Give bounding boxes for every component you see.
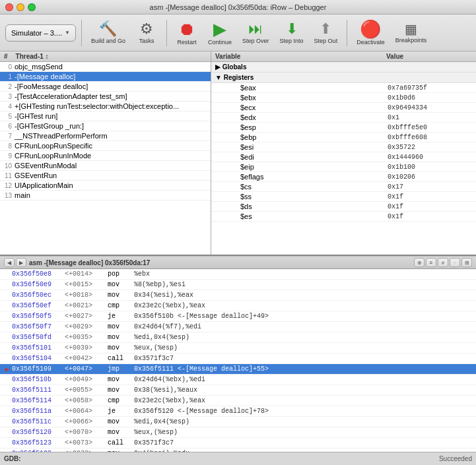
thread-row-num: 13 [3,192,15,199]
window-title: asm -[Message dealloc] 0x356f50da: iRow … [150,3,327,11]
thread-row[interactable]: 12UIApplicationMain [0,181,211,191]
asm-offset: <+0018> [65,292,108,299]
register-value: 0x17 [388,183,473,191]
thread-row[interactable]: 0objc_msgSend [0,62,211,72]
thread-row[interactable]: 3-[TestAccelerationAdapter test_sm] [0,92,211,102]
register-value: 0x1b0d6 [388,94,473,102]
thread-row[interactable]: 1-[Message dealloc] [0,72,211,82]
asm-row[interactable]: 0x356f5101<+0039>mov%eux,(%esp) [0,343,476,354]
thread-row[interactable]: 7__NSThreadPerformPerform [0,131,211,141]
pane-ctrl-5[interactable]: ⊞ [461,258,472,267]
close-button[interactable] [5,3,13,11]
tasks-button[interactable]: ⚙ Tasks [132,19,161,47]
maximize-button[interactable] [28,3,36,11]
globals-section[interactable]: ▶ Globals [211,62,476,73]
pane-nav-left[interactable]: ◀ [4,258,15,267]
register-row[interactable]: $ebp0xbfffe608 [211,133,476,142]
asm-mnem: mov [108,323,134,330]
asm-row[interactable]: 0x356f5120<+0070>mov%eux,(%esp) [0,427,476,438]
register-row[interactable]: $eflags0x10206 [211,172,476,182]
thread-row[interactable]: 4+[GHTesting runTest:selector:withObject… [0,102,211,111]
asm-row[interactable]: 0x356f511a<+0064>je0x356f5120 <-[Message… [0,406,476,417]
asm-row[interactable]: 0x356f510b<+0049>mov0x24d64(%ebx),%edi [0,375,476,385]
pane-nav-right[interactable]: ▶ [16,258,26,267]
asm-row[interactable]: 0x356f511c<+0066>mov%edi,0x4(%esp) [0,417,476,427]
asm-row[interactable]: 0x356f5104<+0042>call0x3571f3c7 [0,354,476,364]
simulator-label: Simulator – 3.... [11,29,62,37]
register-row[interactable]: $ecx0x96494334 [211,103,476,113]
registers-section[interactable]: ▼ Registers [211,73,476,83]
continue-button[interactable]: ▶ Continue [204,18,236,48]
pane-ctrl-4[interactable]: · [450,258,460,267]
asm-ops: %edi,0x4(%esp) [134,418,473,425]
step-into-button[interactable]: ⬇ Step Into [276,19,308,47]
register-row[interactable]: $es0x1f [211,212,476,222]
register-row[interactable]: $cs0x17 [211,182,476,192]
pane-ctrl-1[interactable]: ⊕ [414,258,425,267]
thread-row[interactable]: 10GSEventRunModal [0,161,211,171]
thread-row-num: 8 [3,142,15,150]
pane-divider: ◀ ▶ asm -[Message dealloc] 0x356f50da:17… [0,256,476,269]
continue-icon: ▶ [213,20,226,38]
register-row[interactable]: $esp0xbfffe5e0 [211,123,476,133]
register-row[interactable]: $ds0x1f [211,202,476,212]
step-over-button[interactable]: ⏭ Step Over [238,19,273,47]
asm-row[interactable]: 0x356f5114<+0058>cmp0x23e2c(%ebx),%eax [0,396,476,406]
asm-row[interactable]: 0x356f50f5<+0027>je0x356f510b <-[Message… [0,311,476,322]
build-and-go-button[interactable]: 🔨 Build and Go [87,19,129,47]
asm-row[interactable]: 0x356f50e9<+0015>mov%8(%ebp),%esi [0,280,476,290]
deactivate-button[interactable]: 🔴 Deactivate [353,18,389,48]
asm-row[interactable]: 0x356f50fd<+0035>mov%edi,0x4(%esp) [0,332,476,343]
asm-row[interactable]: 0x356f50ec<+0018>mov0x34(%esi),%eax [0,290,476,301]
pane-ctrl-3[interactable]: # [438,258,448,267]
register-name: $edi [222,153,388,161]
thread-row[interactable]: 9CFRunLoopRunInMode [0,151,211,161]
register-name: $ecx [222,104,388,111]
register-row[interactable]: $ebx0x1b0d6 [211,93,476,103]
register-row[interactable]: $esi0x35722 [211,142,476,152]
asm-mnem: call [108,439,134,447]
pane-controls-right: ⊕ ≡ # · ⊞ [414,258,472,267]
col-num-header: # [4,53,8,60]
minimize-button[interactable] [17,3,24,11]
asm-row[interactable]: 0x356f50e8<+0014>pop%ebx [0,269,476,280]
simulator-dropdown[interactable]: Simulator – 3.... ▼ [5,24,76,42]
thread-row-num: 10 [3,162,15,170]
step-into-icon: ⬇ [286,22,298,36]
thread-row-num: 12 [3,182,15,189]
asm-addr: 0x356f5104 [12,355,65,362]
step-out-button[interactable]: ⬆ Step Out [310,19,342,47]
asm-row[interactable]: ▶0x356f5109<+0047>jmp0x356f5111 <-[Messa… [0,364,476,375]
register-value: 0x1444960 [388,154,473,161]
thread-row[interactable]: 6-[GHTestGroup _run:] [0,121,211,131]
thread-row[interactable]: 8CFRunLoopRunSpecific [0,141,211,151]
thread-row-name: +[GHTesting runTest:selector:withObject:… [15,102,179,110]
deactivate-label: Deactivate [357,39,385,46]
thread-row[interactable]: 2-[FooMessage dealloc] [0,82,211,92]
asm-addr: 0x356f511a [12,408,65,415]
asm-addr: 0x356f5123 [12,439,65,447]
breakpoints-button[interactable]: ▦ Breakpoints [391,20,431,46]
asm-ops: %edi,0x4(%esp) [134,334,473,341]
asm-offset: <+0066> [65,418,108,425]
asm-addr: 0x356f5114 [12,397,65,404]
thread-row[interactable]: 11GSEventRun [0,171,211,181]
register-row[interactable]: $eip0x1b100 [211,162,476,172]
asm-row[interactable]: 0x356f5123<+0073>call0x3571f3c7 [0,438,476,449]
thread-row[interactable]: 13main [0,191,211,201]
asm-row[interactable]: 0x356f50f7<+0029>mov0x24d64(%f7),%edi [0,322,476,332]
asm-addr: 0x356f5101 [12,344,65,352]
gdb-input[interactable] [24,455,436,462]
register-row[interactable]: $edx0x1 [211,113,476,123]
thread-row[interactable]: 5-[GHTest run] [0,111,211,121]
asm-row[interactable]: 0x356f5111<+0055>mov0x38(%esi),%eaux [0,385,476,396]
asm-row[interactable]: 0x356f50ef<+0021>cmp0x23e2c(%ebx),%eax [0,301,476,311]
pane-ctrl-2[interactable]: ≡ [426,258,436,267]
asm-ops: %eux,(%esp) [134,344,473,352]
thread-row-name: -[TestAccelerationAdapter test_sm] [15,92,127,100]
restart-button[interactable]: ⏺ Restart [172,18,201,48]
register-row[interactable]: $eax0x7a69735f [211,83,476,93]
register-row[interactable]: $edi0x1444960 [211,152,476,162]
register-name: $edx [222,113,388,121]
register-row[interactable]: $ss0x1f [211,192,476,202]
